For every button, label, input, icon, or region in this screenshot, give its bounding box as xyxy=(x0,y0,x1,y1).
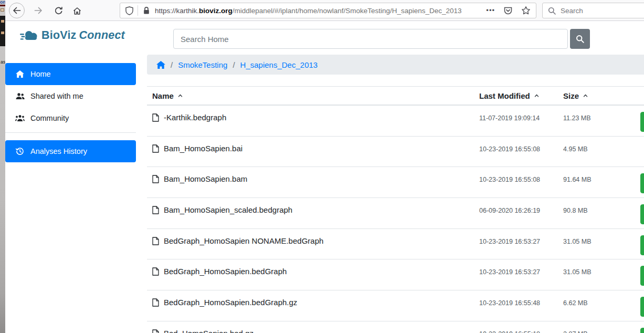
back-arrow-icon xyxy=(12,6,22,15)
row-action-button[interactable] xyxy=(640,266,644,286)
row-action-button[interactable] xyxy=(640,173,644,193)
search-submit-button[interactable] xyxy=(570,29,590,49)
shared-users-icon xyxy=(15,92,25,100)
page-actions-icon[interactable]: ••• xyxy=(486,8,495,13)
file-modified: 10-23-2019 16:55:18 xyxy=(479,321,563,333)
file-size: 4.95 MB xyxy=(563,137,644,167)
file-icon xyxy=(152,298,159,307)
file-icon xyxy=(152,267,159,276)
url-prefix: https://karthik. xyxy=(155,7,199,15)
search-icon xyxy=(576,35,584,43)
file-size: 31.05 MB xyxy=(563,229,644,259)
file-name-cell[interactable]: Bam_HomoSapien_scaled.bedgraph xyxy=(147,198,479,228)
file-name: Bam_HomoSapien.bam xyxy=(164,174,247,183)
table-row: Bam_HomoSapien.bam 10-23-2019 16:55:08 9… xyxy=(147,167,644,198)
history-icon xyxy=(15,147,25,155)
file-name-cell[interactable]: -Karthik.bedgraph xyxy=(147,106,479,136)
sidebar: Home Shared with me Community Analyses H… xyxy=(5,63,136,162)
browser-search-placeholder: Search xyxy=(561,7,583,15)
table-row: Bam_HomoSapien.bai 10-23-2019 16:55:08 4… xyxy=(147,137,644,168)
address-bar[interactable]: https://karthik.bioviz.org/middlepanel/#… xyxy=(120,3,536,18)
column-header-name[interactable]: Name xyxy=(147,91,479,100)
file-name-cell[interactable]: Bam_HomoSapien.bai xyxy=(147,137,479,167)
file-table: Name Last Modified Size -Karthik.bedgrap… xyxy=(147,86,644,333)
bioviz-logo[interactable]: BioVizConnect xyxy=(20,29,125,42)
back-button[interactable] xyxy=(9,3,25,18)
cloud-logo-icon xyxy=(20,29,38,42)
row-action-button[interactable] xyxy=(640,328,644,333)
community-icon xyxy=(15,115,25,122)
file-name-cell[interactable]: BedGraph_HomoSapien NONAME.bedGraph xyxy=(147,229,479,259)
file-size: 2.87 MB xyxy=(563,321,644,333)
sort-asc-icon xyxy=(178,94,183,97)
edge-text-fragment: on xyxy=(0,0,5,5)
column-header-size[interactable]: Size xyxy=(563,91,644,100)
sidebar-item-label: Community xyxy=(30,114,69,122)
sidebar-item-community[interactable]: Community xyxy=(5,107,136,129)
breadcrumb-separator: / xyxy=(171,60,173,69)
row-action-button[interactable] xyxy=(640,235,644,255)
breadcrumb: / SmokeTesting / H_sapiens_Dec_2013 xyxy=(147,55,644,75)
table-row: -Karthik.bedgraph 11-07-2019 19:09:14 11… xyxy=(147,106,644,137)
bookmark-star-icon[interactable] xyxy=(521,6,531,15)
lock-icon xyxy=(143,6,150,15)
row-action-button[interactable] xyxy=(640,112,644,132)
table-row: Bed_HomoSapien.bed.gz 10-23-2019 16:55:1… xyxy=(147,321,644,333)
file-name-cell[interactable]: BedGraph_HomoSapien.bedGraph.gz xyxy=(147,290,479,321)
tracking-protection-shield-icon[interactable] xyxy=(125,6,133,15)
edge-dark-block xyxy=(0,16,5,46)
home-icon xyxy=(15,70,25,78)
browser-home-icon xyxy=(72,6,82,15)
url-text[interactable]: https://karthik.bioviz.org/middlepanel/#… xyxy=(155,7,481,15)
search-home-input[interactable] xyxy=(173,29,568,49)
breadcrumb-link[interactable]: SmokeTesting xyxy=(178,60,227,69)
pocket-icon[interactable] xyxy=(503,6,513,15)
table-row: BedGraph_HomoSapien.bedGraph.gz 10-23-20… xyxy=(147,290,644,321)
browser-toolbar: https://karthik.bioviz.org/middlepanel/#… xyxy=(5,0,644,21)
table-row: BedGraph_HomoSapien NONAME.bedGraph 10-2… xyxy=(147,229,644,260)
background-window-edge: on as xyxy=(0,0,5,333)
file-icon xyxy=(152,206,159,214)
breadcrumb-home-icon[interactable] xyxy=(156,61,165,69)
file-modified: 10-23-2019 16:55:08 xyxy=(479,167,563,197)
file-icon xyxy=(152,175,159,183)
file-name: BedGraph_HomoSapien.bedGraph.gz xyxy=(164,298,297,307)
sort-asc-icon xyxy=(583,94,588,97)
file-modified: 06-09-2020 16:26:19 xyxy=(479,198,563,228)
sidebar-item-shared-with-me[interactable]: Shared with me xyxy=(5,85,136,107)
home-button[interactable] xyxy=(72,6,82,15)
reload-button[interactable] xyxy=(54,6,63,15)
sidebar-item-label: Analyses History xyxy=(30,147,87,155)
file-name: BedGraph_HomoSapien.bedGraph xyxy=(164,267,287,276)
file-name: BedGraph_HomoSapien NONAME.bedGraph xyxy=(164,236,323,245)
file-name: Bam_HomoSapien_scaled.bedgraph xyxy=(164,205,292,214)
edge-folder-icon xyxy=(1,8,4,12)
file-size: 91.64 MB xyxy=(563,167,644,197)
browser-search-box[interactable]: Search xyxy=(542,3,644,18)
file-modified: 10-23-2019 16:55:08 xyxy=(479,137,563,167)
row-action-button[interactable] xyxy=(640,204,644,224)
divider xyxy=(138,5,138,16)
breadcrumb-link[interactable]: H_sapiens_Dec_2013 xyxy=(240,60,318,69)
file-icon xyxy=(152,144,159,153)
edge-text-fragment-2: as xyxy=(1,59,5,65)
file-name-cell[interactable]: Bed_HomoSapien.bed.gz xyxy=(147,321,479,333)
file-name-cell[interactable]: BedGraph_HomoSapien.bedGraph xyxy=(147,259,479,290)
table-row: BedGraph_HomoSapien.bedGraph 10-23-2019 … xyxy=(147,259,644,290)
forward-button[interactable] xyxy=(34,6,43,15)
breadcrumb-separator: / xyxy=(233,60,235,69)
file-modified: 10-23-2019 16:53:27 xyxy=(479,229,563,259)
file-modified: 10-23-2019 16:53:27 xyxy=(479,259,563,290)
logo-word-connect: Connect xyxy=(79,29,125,41)
file-name: -Karthik.bedgraph xyxy=(164,113,226,122)
table-row: Bam_HomoSapien_scaled.bedgraph 06-09-202… xyxy=(147,198,644,229)
file-size: 90.8 MB xyxy=(563,198,644,228)
url-domain: bioviz.org xyxy=(199,7,233,15)
file-size: 6.62 MB xyxy=(563,290,644,321)
sidebar-item-analyses-history[interactable]: Analyses History xyxy=(5,140,136,162)
file-name-cell[interactable]: Bam_HomoSapien.bam xyxy=(147,167,479,197)
sidebar-item-home[interactable]: Home xyxy=(5,63,136,85)
column-header-last-modified[interactable]: Last Modified xyxy=(479,91,563,100)
file-icon xyxy=(152,237,159,245)
row-action-button[interactable] xyxy=(640,297,644,317)
